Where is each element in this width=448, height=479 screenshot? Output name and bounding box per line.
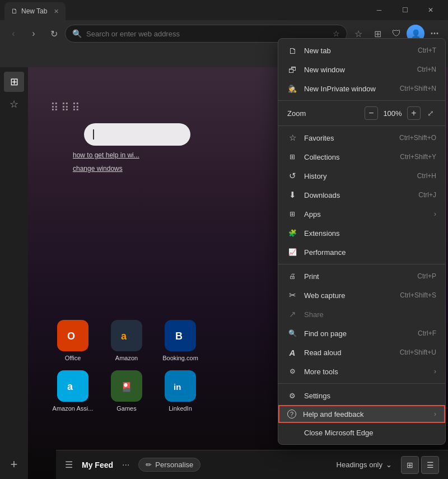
menu-item-close-edge[interactable]: Close Microsoft Edge: [278, 423, 445, 442]
office-label: Office: [65, 355, 81, 361]
sidebar-add-button[interactable]: +: [4, 454, 24, 475]
menu-divider-3: [278, 264, 445, 264]
zoom-out-button[interactable]: −: [365, 106, 378, 120]
booking-icon: B: [165, 320, 196, 351]
history-shortcut: Ctrl+H: [417, 172, 436, 180]
page-search-bar[interactable]: [84, 123, 190, 146]
personalise-button[interactable]: ✏ Personalise: [138, 458, 200, 472]
list-view-button[interactable]: ☰: [421, 456, 439, 474]
app-amazon-assistant[interactable]: a Amazon Assi...: [50, 370, 95, 412]
games-label: Games: [116, 405, 136, 412]
menu-item-collections[interactable]: ⊞ Collections Ctrl+Shift+Y: [278, 147, 445, 166]
suggestion-2[interactable]: change windows: [73, 165, 123, 173]
active-tab[interactable]: 🗋 New Tab ✕: [4, 2, 66, 20]
svg-text:🎴: 🎴: [121, 382, 132, 392]
svg-text:O: O: [67, 331, 75, 342]
title-bar: 🗋 New Tab ✕ ─ ☐ ✕: [0, 0, 448, 20]
games-icon: 🎴: [111, 370, 142, 402]
help-arrow-icon: ›: [434, 410, 436, 418]
bottom-menu-icon[interactable]: ☰: [65, 459, 73, 470]
maximize-button[interactable]: ☐: [392, 0, 418, 20]
bottom-more-icon[interactable]: ···: [122, 460, 129, 470]
menu-item-favorites[interactable]: ☆ Favorites Ctrl+Shift+O: [278, 128, 445, 147]
collections-icon: ⊞: [287, 152, 297, 162]
sidebar-tabs-button[interactable]: ⊞: [4, 72, 24, 92]
downloads-shortcut: Ctrl+J: [418, 191, 436, 199]
settings-icon: ⚙: [287, 390, 297, 401]
menu-item-new-tab[interactable]: 🗋 New tab Ctrl+T: [278, 41, 445, 60]
app-booking[interactable]: B Booking.com: [158, 320, 203, 361]
zoom-control: Zoom − 100% + ⤢: [278, 103, 445, 123]
tab-title: New Tab: [21, 7, 47, 15]
zoom-expand-icon[interactable]: ⤢: [425, 108, 436, 119]
forward-button[interactable]: ›: [25, 25, 43, 43]
app-games[interactable]: 🎴 Games: [104, 370, 149, 412]
find-icon: 🔍: [287, 328, 297, 338]
app-amazon[interactable]: a Amazon: [104, 320, 149, 361]
menu-item-print[interactable]: 🖨 Print Ctrl+P: [278, 267, 445, 286]
svg-text:a: a: [67, 381, 73, 392]
booking-label: Booking.com: [162, 355, 198, 361]
menu-item-history[interactable]: ↺ History Ctrl+H: [278, 166, 445, 185]
grid-view-button[interactable]: ⊞: [401, 456, 419, 474]
view-toggle-buttons: ⊞ ☰: [401, 456, 439, 474]
menu-item-read-aloud[interactable]: A Read aloud Ctrl+Shift+U: [278, 343, 445, 362]
help-label: Help and feedback: [303, 410, 427, 418]
apps-label: Apps: [304, 210, 427, 218]
downloads-icon: ⬇: [287, 190, 297, 200]
menu-item-performance[interactable]: 📈 Performance: [278, 243, 445, 262]
search-icon: 🔍: [72, 29, 82, 38]
tab-close-icon[interactable]: ✕: [54, 8, 59, 15]
tab-favicon: 🗋: [11, 7, 18, 15]
amazon-assistant-label: Amazon Assi...: [53, 405, 94, 412]
menu-item-more-tools[interactable]: ⚙ More tools ›: [278, 362, 445, 381]
dots-grid-icon: ⠿⠿⠿: [50, 101, 82, 114]
menu-item-settings[interactable]: ⚙ Settings: [278, 386, 445, 405]
menu-item-extensions[interactable]: 🧩 Extensions: [278, 224, 445, 243]
collections-shortcut: Ctrl+Shift+Y: [400, 153, 436, 161]
favorites-star-icon[interactable]: ☆: [333, 29, 340, 38]
close-edge-label: Close Microsoft Edge: [304, 429, 436, 437]
close-edge-icon: [287, 427, 297, 438]
address-input[interactable]: [86, 30, 328, 38]
personalise-label: Personalise: [155, 461, 193, 469]
app-linkedin[interactable]: in LinkedIn: [158, 370, 203, 412]
close-button[interactable]: ✕: [418, 0, 444, 20]
read-aloud-label: Read aloud: [304, 348, 393, 357]
amazon-label: Amazon: [115, 355, 138, 361]
share-icon: ↗: [287, 309, 297, 319]
minimize-button[interactable]: ─: [366, 0, 392, 20]
menu-item-apps[interactable]: ⊞ Apps ›: [278, 204, 445, 224]
new-tab-label: New tab: [304, 46, 411, 55]
new-window-label: New window: [304, 66, 410, 74]
amazon-icon: a: [111, 320, 142, 351]
apps-icon: ⊞: [287, 209, 297, 219]
menu-item-new-window[interactable]: 🗗 New window Ctrl+N: [278, 60, 445, 79]
menu-item-web-capture[interactable]: ✂ Web capture Ctrl+Shift+S: [278, 286, 445, 305]
menu-item-help-feedback[interactable]: ? Help and feedback ›: [278, 405, 445, 423]
suggestion-1[interactable]: how to get help in wi...: [73, 151, 139, 159]
share-label: Share: [304, 310, 436, 319]
menu-divider-2: [278, 125, 445, 126]
back-button[interactable]: ‹: [4, 25, 22, 43]
search-cursor: [93, 129, 94, 139]
app-office[interactable]: O Office: [50, 320, 95, 361]
menu-divider-4: [278, 383, 445, 384]
refresh-button[interactable]: ↻: [45, 25, 63, 43]
zoom-in-button[interactable]: +: [407, 106, 421, 120]
zoom-value: 100%: [382, 109, 403, 118]
collections-label: Collections: [304, 153, 393, 161]
favorites-icon: ☆: [287, 133, 297, 143]
headings-filter[interactable]: Headings only ⌄: [337, 461, 392, 469]
my-feed-label: My Feed: [82, 461, 113, 469]
context-menu: 🗋 New tab Ctrl+T 🗗 New window Ctrl+N 🕵 N…: [278, 38, 446, 445]
more-tools-label: More tools: [304, 368, 427, 376]
read-aloud-shortcut: Ctrl+Shift+U: [400, 348, 436, 356]
menu-item-find-on-page[interactable]: 🔍 Find on page Ctrl+F: [278, 324, 445, 343]
menu-item-new-inprivate[interactable]: 🕵 New InPrivate window Ctrl+Shift+N: [278, 79, 445, 98]
sidebar-favorites-button[interactable]: ☆: [4, 94, 24, 114]
menu-item-downloads[interactable]: ⬇ Downloads Ctrl+J: [278, 185, 445, 204]
window-controls: ─ ☐ ✕: [366, 0, 444, 20]
amazon-assistant-icon: a: [57, 370, 88, 402]
print-label: Print: [304, 272, 410, 281]
